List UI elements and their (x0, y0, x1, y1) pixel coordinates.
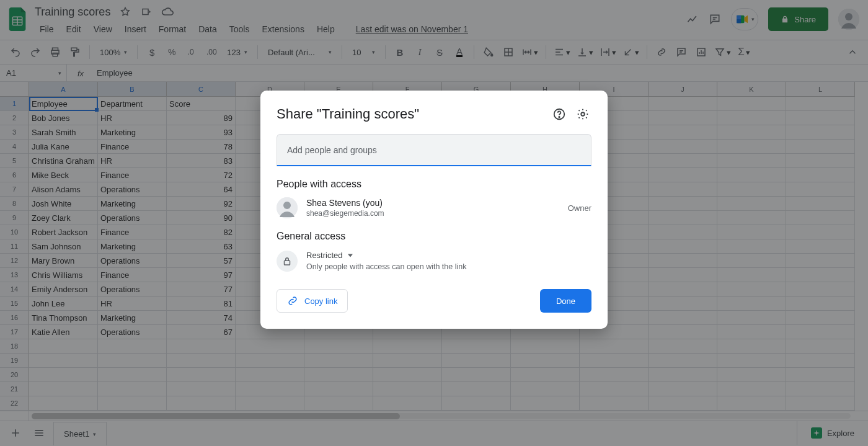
settings-icon[interactable] (574, 105, 591, 123)
svg-point-16 (283, 202, 291, 209)
help-icon[interactable] (551, 105, 568, 123)
access-level-dropdown[interactable]: Restricted (306, 251, 466, 260)
general-access-heading: General access (277, 231, 591, 242)
access-level-description: Only people with access can open with th… (306, 262, 466, 271)
svg-point-14 (581, 112, 585, 116)
person-name: Shea Stevens (you) (306, 198, 568, 208)
done-button[interactable]: Done (540, 289, 591, 313)
lock-icon (277, 251, 298, 272)
person-role: Owner (568, 203, 591, 213)
share-dialog: Share "Training scores"Add people and gr… (260, 91, 608, 329)
people-access-heading: People with access (277, 179, 591, 190)
link-icon (287, 295, 298, 306)
copy-link-button[interactable]: Copy link (277, 289, 348, 313)
svg-rect-17 (285, 261, 290, 265)
person-avatar (277, 197, 298, 218)
svg-point-13 (559, 117, 559, 117)
add-people-input[interactable]: Add people and groups (277, 134, 591, 166)
person-email: shea@siegemedia.com (306, 209, 568, 218)
dialog-title: Share "Training scores" (277, 106, 544, 122)
